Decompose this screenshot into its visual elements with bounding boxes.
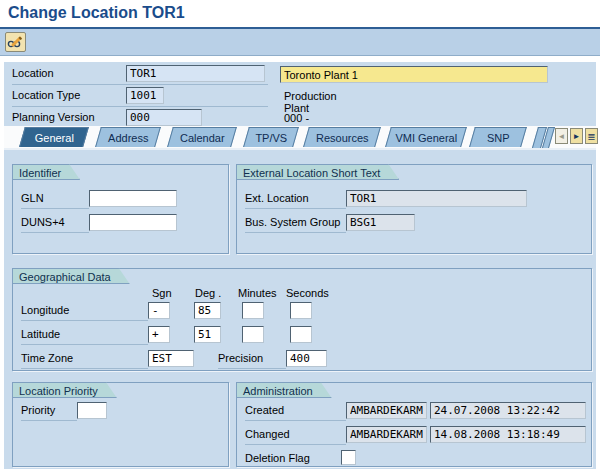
time-zone-input[interactable] (148, 350, 194, 367)
tab-address[interactable]: Address (95, 127, 161, 147)
tab-tpvs[interactable]: TP/VS (243, 127, 299, 147)
precision-label: Precision (218, 352, 263, 364)
identifier-group-title: Identifier (12, 164, 80, 180)
ext-location-input[interactable] (346, 190, 527, 207)
scroll-right-icon: ► (573, 132, 581, 141)
bus-system-group-input[interactable] (346, 214, 415, 231)
page-title: Change Location TOR1 (8, 4, 185, 22)
longitude-minutes-input[interactable] (242, 302, 264, 319)
gln-input[interactable] (89, 190, 177, 207)
column-header-minutes: Minutes (238, 287, 277, 299)
changed-label: Changed (245, 428, 290, 440)
location-priority-group-title: Location Priority (12, 382, 117, 398)
gln-label: GLN (21, 192, 44, 204)
created-timestamp-input[interactable] (430, 402, 586, 419)
longitude-label: Longitude (21, 304, 69, 316)
latitude-minutes-input[interactable] (242, 326, 264, 343)
latitude-sign-input[interactable] (148, 326, 170, 343)
precision-input[interactable] (286, 350, 327, 367)
tab-label: Address (99, 128, 157, 144)
latitude-label-cell: Latitude (21, 325, 148, 345)
tab-vmi-general[interactable]: VMI General (385, 127, 467, 147)
location-row: Location (12, 63, 268, 85)
location-input[interactable] (126, 65, 265, 82)
tab-label: TP/VS (247, 128, 295, 144)
location-label: Location (12, 67, 54, 79)
tab-calendar[interactable]: Calendar (167, 127, 237, 147)
longitude-label-cell: Longitude (21, 301, 148, 321)
identifier-group: Identifier GLN DUNS+4 (12, 164, 229, 254)
longitude-degrees-input[interactable] (194, 302, 221, 319)
external-location-group: External Location Short Text Ext. Locati… (236, 164, 592, 254)
priority-label-cell: Priority (21, 401, 77, 421)
location-description-input[interactable] (280, 66, 548, 83)
tab-list-button[interactable]: ≣ (585, 128, 598, 144)
created-label-cell: Created (245, 401, 346, 421)
ext-location-label: Ext. Location (245, 192, 309, 204)
location-type-input[interactable] (126, 87, 164, 104)
bus-system-group-label-cell: Bus. System Group (245, 213, 346, 233)
latitude-label: Latitude (21, 328, 60, 340)
tab-label: General (23, 128, 85, 144)
display-change-icon (6, 34, 25, 50)
geographical-data-group-title: Geographical Data (12, 268, 130, 284)
tab-label: VMI General (389, 128, 463, 144)
created-label: Created (245, 404, 284, 416)
duns4-label: DUNS+4 (21, 216, 65, 228)
column-header-deg: Deg . (195, 287, 221, 299)
tab-list-icon: ≣ (587, 131, 595, 142)
administration-group: Administration Created Changed Deletion … (236, 382, 592, 467)
column-header-seconds: Seconds (286, 287, 329, 299)
location-type-row: Location Type Production Plant (12, 85, 268, 107)
tab-resources[interactable]: Resources (303, 127, 381, 147)
deletion-flag-checkbox[interactable] (341, 450, 356, 465)
tab-label: Resources (307, 128, 377, 144)
administration-group-title: Administration (236, 382, 332, 398)
tab-snp[interactable]: SNP (469, 127, 527, 147)
precision-label-cell: Precision (218, 349, 286, 369)
deletion-flag-label: Deletion Flag (245, 452, 310, 464)
location-type-label: Location Type (12, 89, 80, 101)
latitude-seconds-input[interactable] (290, 326, 312, 343)
created-user-input[interactable] (346, 402, 427, 419)
duns4-input[interactable] (89, 214, 177, 231)
tab-scroll-right-button[interactable]: ► (570, 128, 583, 144)
ext-location-label-cell: Ext. Location (245, 189, 346, 209)
priority-input[interactable] (77, 402, 107, 419)
location-priority-group: Location Priority Priority (12, 382, 229, 467)
gln-label-cell: GLN (21, 189, 89, 209)
tab-label: Calendar (171, 128, 233, 144)
display-change-button[interactable] (5, 32, 26, 52)
latitude-degrees-input[interactable] (194, 326, 221, 343)
changed-label-cell: Changed (245, 425, 346, 445)
bus-system-group-label: Bus. System Group (245, 216, 340, 228)
general-tab-panel: Identifier GLN DUNS+4 External Location … (4, 148, 596, 469)
external-location-group-title: External Location Short Text (236, 164, 399, 180)
time-zone-label: Time Zone (21, 352, 73, 364)
tab-scroll-left-button[interactable]: ◄ (555, 128, 568, 144)
column-header-sgn: Sgn (152, 287, 172, 299)
changed-timestamp-input[interactable] (430, 426, 586, 443)
header-fields-area: Location Location Type Production Plant … (4, 62, 596, 126)
changed-user-input[interactable] (346, 426, 427, 443)
tab-general[interactable]: General (19, 127, 89, 147)
geographical-data-group: Geographical Data Sgn Deg . Minutes Seco… (12, 268, 592, 371)
tab-strip: General Address Calendar TP/VS Resources… (4, 126, 596, 148)
scroll-left-icon: ◄ (558, 132, 566, 141)
tab-label: SNP (473, 128, 523, 144)
planning-version-label: Planning Version (12, 111, 95, 123)
application-toolbar (0, 29, 600, 56)
priority-label: Priority (21, 404, 55, 416)
planning-version-input[interactable] (126, 109, 202, 126)
duns4-label-cell: DUNS+4 (21, 213, 89, 233)
time-zone-label-cell: Time Zone (21, 349, 148, 369)
longitude-sign-input[interactable] (148, 302, 170, 319)
location-type-description: Production Plant (284, 90, 337, 114)
longitude-seconds-input[interactable] (290, 302, 312, 319)
